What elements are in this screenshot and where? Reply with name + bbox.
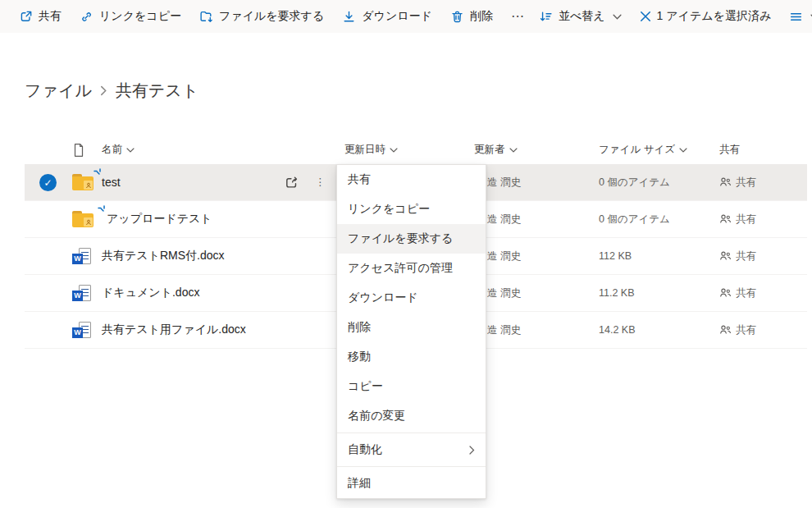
menu-item-copy-link[interactable]: リンクをコピー bbox=[337, 195, 486, 224]
chevron-down-icon bbox=[613, 14, 622, 20]
command-bar: 共有 リンクをコピー ファイルを要求する bbox=[0, 0, 812, 33]
item-context-menu: 共有 リンクをコピー ファイルを要求する アクセス許可の管理 ダウンロード 削除… bbox=[336, 164, 486, 499]
row-share-icon[interactable] bbox=[284, 164, 299, 200]
menu-item-delete[interactable]: 削除 bbox=[337, 313, 486, 342]
menu-item-label: 詳細 bbox=[348, 476, 371, 491]
sharing-column-label: 共有 bbox=[719, 143, 740, 157]
menu-item-label: 自動化 bbox=[348, 442, 382, 457]
menu-item-label: コピー bbox=[348, 379, 383, 394]
sharing-column-header[interactable]: 共有 bbox=[719, 135, 740, 164]
file-size-value: 14.2 KB bbox=[599, 312, 635, 348]
link-icon bbox=[80, 10, 94, 24]
sort-button[interactable]: 並べ替え bbox=[531, 4, 629, 29]
chevron-down-icon bbox=[390, 148, 398, 153]
file-size-value: 0 個のアイテム bbox=[599, 201, 670, 237]
modified-by-column-label: 更新者 bbox=[474, 143, 505, 157]
menu-separator bbox=[337, 466, 486, 467]
file-name[interactable]: test bbox=[102, 164, 121, 200]
file-size-column-header[interactable]: ファイル サイズ bbox=[599, 135, 687, 164]
view-list-icon bbox=[789, 10, 803, 24]
file-size-value: 0 個のアイテム bbox=[599, 164, 670, 200]
menu-item-rename[interactable]: 名前の変更 bbox=[337, 401, 486, 431]
chevron-down-icon bbox=[679, 148, 687, 153]
sharing-label: 共有 bbox=[736, 323, 756, 337]
delete-icon bbox=[450, 10, 464, 24]
share-button[interactable]: 共有 bbox=[11, 4, 69, 29]
file-name[interactable]: ドキュメント.docx bbox=[102, 275, 199, 311]
menu-item-label: リンクをコピー bbox=[348, 202, 430, 217]
modified-by-value: 造 潤史 bbox=[487, 275, 521, 311]
clear-selection-x-icon bbox=[640, 11, 651, 22]
download-button-label: ダウンロード bbox=[362, 9, 432, 24]
file-name[interactable]: アップロードテスト bbox=[107, 201, 212, 237]
sharing-label: 共有 bbox=[736, 213, 756, 227]
people-icon bbox=[719, 176, 732, 188]
people-icon bbox=[719, 250, 732, 262]
word-document-icon: W bbox=[72, 312, 91, 348]
modified-by-value: 造 潤史 bbox=[487, 164, 521, 200]
menu-item-manage-access[interactable]: アクセス許可の管理 bbox=[337, 254, 486, 283]
chevron-right-icon bbox=[469, 446, 475, 455]
file-name[interactable]: 共有テスト用ファイル.docx bbox=[102, 312, 246, 348]
page-icon bbox=[72, 143, 85, 158]
modified-column-header[interactable]: 更新日時 bbox=[344, 135, 398, 164]
request-files-button-label: ファイルを要求する bbox=[219, 9, 324, 24]
modified-by-value: 造 潤史 bbox=[487, 312, 521, 348]
view-options-button[interactable] bbox=[782, 5, 812, 29]
word-document-icon: W bbox=[72, 275, 91, 311]
sort-button-label: 並べ替え bbox=[559, 9, 605, 24]
request-files-icon bbox=[199, 10, 213, 24]
menu-item-label: ファイルを要求する bbox=[348, 231, 453, 246]
word-document-icon: W bbox=[72, 238, 91, 274]
sharing-status[interactable]: 共有 bbox=[719, 201, 756, 237]
download-button[interactable]: ダウンロード bbox=[335, 4, 440, 29]
file-type-column-header[interactable] bbox=[72, 135, 85, 164]
menu-item-label: ダウンロード bbox=[348, 291, 418, 305]
table-header: 名前 更新日時 更新者 ファイル サイズ 共有 bbox=[0, 135, 812, 164]
selected-checkmark-icon[interactable]: ✓ bbox=[39, 174, 57, 191]
menu-item-move[interactable]: 移動 bbox=[337, 342, 486, 372]
menu-item-details[interactable]: 詳細 bbox=[337, 469, 486, 498]
clear-selection-button[interactable]: 1 アイテムを選択済み bbox=[632, 4, 779, 29]
sharing-status[interactable]: 共有 bbox=[719, 275, 756, 311]
breadcrumb-files-link[interactable]: ファイル bbox=[25, 80, 92, 102]
row-more-actions-icon[interactable]: ⋮ bbox=[315, 164, 326, 200]
people-icon bbox=[719, 287, 732, 299]
menu-item-download[interactable]: ダウンロード bbox=[337, 283, 486, 313]
selection-count-label: 1 アイテムを選択済み bbox=[657, 9, 772, 24]
sharing-status[interactable]: 共有 bbox=[719, 312, 756, 348]
breadcrumb-current-folder: 共有テスト bbox=[116, 80, 198, 102]
file-size-column-label: ファイル サイズ bbox=[599, 143, 675, 157]
file-name[interactable]: 共有テストRMS付.docx bbox=[102, 238, 225, 274]
shared-folder-icon bbox=[72, 201, 94, 237]
name-column-header[interactable]: 名前 bbox=[102, 135, 135, 164]
sharing-status[interactable]: 共有 bbox=[719, 164, 756, 200]
delete-button[interactable]: 削除 bbox=[443, 4, 500, 29]
menu-item-copy[interactable]: コピー bbox=[337, 372, 486, 401]
copy-link-button[interactable]: リンクをコピー bbox=[72, 4, 189, 29]
copy-link-button-label: リンクをコピー bbox=[99, 9, 181, 24]
sharing-status[interactable]: 共有 bbox=[719, 238, 756, 274]
modified-column-label: 更新日時 bbox=[344, 143, 385, 157]
menu-item-share[interactable]: 共有 bbox=[337, 165, 486, 195]
modified-by-value: 造 潤史 bbox=[487, 238, 521, 274]
shared-folder-icon bbox=[72, 164, 94, 200]
menu-item-label: 名前の変更 bbox=[348, 409, 405, 423]
modified-by-column-header[interactable]: 更新者 bbox=[474, 135, 518, 164]
menu-item-request-files[interactable]: ファイルを要求する bbox=[337, 224, 486, 254]
request-files-button[interactable]: ファイルを要求する bbox=[192, 4, 331, 29]
chevron-down-icon bbox=[126, 148, 135, 153]
people-icon bbox=[719, 324, 732, 336]
menu-separator bbox=[337, 432, 486, 433]
more-icon: ⋯ bbox=[511, 13, 524, 20]
sharing-label: 共有 bbox=[736, 176, 756, 190]
menu-item-label: アクセス許可の管理 bbox=[348, 261, 453, 276]
menu-item-label: 移動 bbox=[348, 350, 371, 364]
chevron-right-icon bbox=[100, 85, 107, 96]
more-commands-button[interactable]: ⋯ bbox=[504, 8, 531, 25]
sharing-label: 共有 bbox=[736, 249, 756, 263]
sort-icon bbox=[539, 10, 553, 24]
people-icon bbox=[719, 213, 732, 225]
menu-item-automate[interactable]: 自動化 bbox=[337, 435, 486, 465]
download-icon bbox=[342, 10, 356, 24]
